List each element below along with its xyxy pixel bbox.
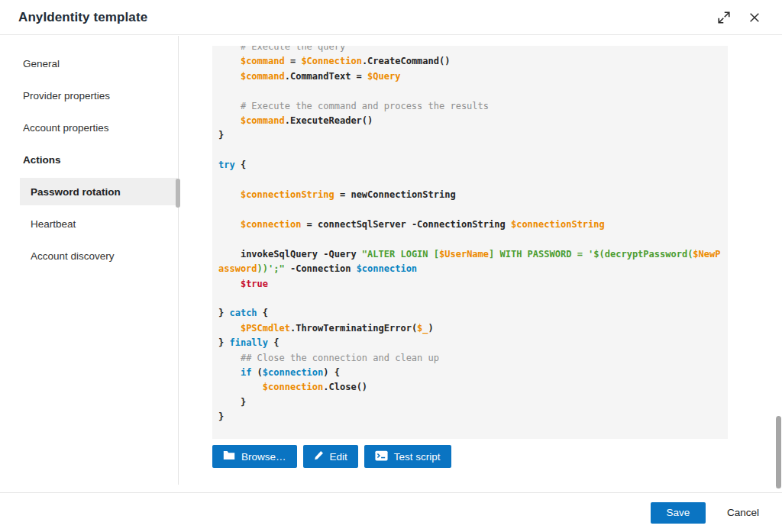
vertical-scrollbar-thumb[interactable] [776,416,781,488]
code-editor[interactable]: # Execute the query $command = $Connecti… [212,46,728,439]
test-script-button-label: Test script [394,451,441,463]
expand-icon[interactable] [715,8,733,27]
header-icons [715,8,764,27]
modal-header: AnyIdentity template [0,0,782,35]
sidebar-item-provider-properties[interactable]: Provider properties [0,79,177,111]
cancel-button[interactable]: Cancel [727,507,759,518]
sidebar-item-general[interactable]: General [0,47,177,79]
browse-button-label: Browse… [241,451,286,463]
sidebar-section-actions[interactable]: Actions [0,143,177,176]
edit-button-label: Edit [330,451,347,463]
sidebar-scrollbar-thumb[interactable] [176,179,180,208]
script-toolbar: Browse… Edit Test script [212,445,451,468]
sidebar-item-account-discovery[interactable]: Account discovery [0,240,177,272]
code-editor-content: # Execute the query $command = $Connecti… [218,46,722,425]
save-button[interactable]: Save [651,502,706,524]
test-script-icon [375,450,388,463]
modal-footer: Save Cancel [0,492,782,532]
sidebar-item-heartbeat[interactable]: Heartbeat [0,208,177,240]
sidebar: General Provider properties Account prop… [0,47,177,272]
anyidentity-template-modal: AnyIdentity template General Provider pr… [0,0,782,532]
sidebar-item-password-rotation[interactable]: Password rotation [20,178,177,205]
sidebar-item-account-properties[interactable]: Account properties [0,111,177,143]
sidebar-divider [178,36,179,485]
close-icon[interactable] [745,8,764,27]
edit-button[interactable]: Edit [303,445,358,468]
pencil-icon [314,450,324,463]
folder-icon [223,450,235,463]
test-script-button[interactable]: Test script [364,445,451,468]
browse-button[interactable]: Browse… [212,445,297,468]
modal-title: AnyIdentity template [18,10,147,25]
